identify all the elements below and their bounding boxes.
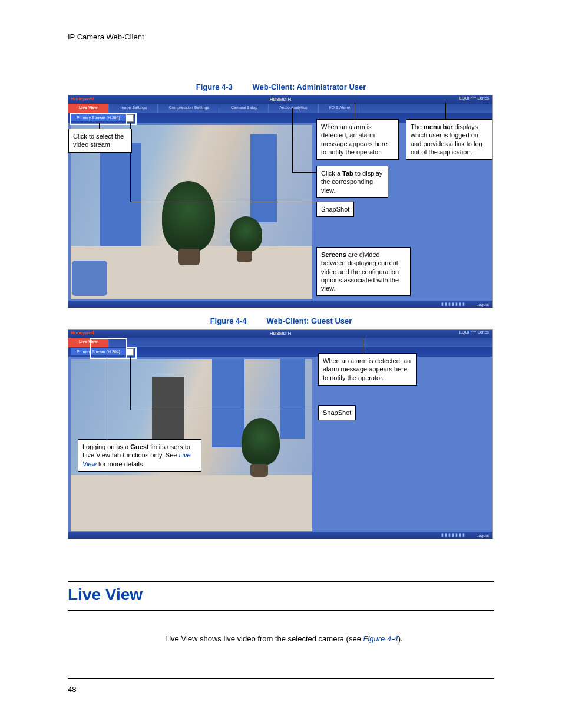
figure-title: Web-Client: Administrator User [252, 83, 366, 91]
callout-alarm: When an alarm is detected, an alarm mess… [318, 353, 417, 386]
series-label: EQUIP™ Series [459, 330, 489, 334]
tab-bar: Live View Image Settings Compression Set… [68, 104, 492, 113]
highlight-live-view-tab [90, 338, 127, 359]
tab-compression-settings[interactable]: Compression Settings [158, 104, 220, 113]
plant-pot-2 [237, 251, 252, 262]
window-titlebar: Honeywell HD3MDIH EQUIP™ Series [68, 330, 492, 338]
callout-tab: Click a Tab to display the corresponding… [316, 166, 388, 198]
footer-indicators: ▮▮▮▮▮▮▮ [441, 533, 466, 538]
logout-link[interactable]: Logout [477, 302, 489, 307]
window-titlebar: Honeywell HD3MDIH EQUIP™ Series [68, 95, 492, 104]
text: Logging on as a [82, 443, 130, 450]
section-title-live-view: Live View [68, 585, 494, 604]
tab-audio-analytics[interactable]: Audio Analytics [269, 104, 318, 113]
leader-line [130, 410, 319, 410]
running-header: IP Camera Web-Client [68, 32, 494, 41]
leader-line [445, 103, 446, 119]
text: ). [398, 634, 403, 643]
figure-4-4-screenshot: Honeywell HD3MDIH EQUIP™ Series Live Vie… [68, 329, 493, 539]
bold-text: Guest [130, 443, 148, 450]
door-2 [280, 359, 305, 439]
highlight-snapshot [126, 113, 137, 125]
leader-line [130, 357, 131, 410]
highlight-stream [70, 113, 127, 125]
bold-text: Tab [342, 170, 353, 177]
text: The [411, 123, 424, 130]
section-rule-top [68, 581, 494, 582]
model-label: HD3MDIH [68, 330, 492, 338]
series-label: EQUIP™ Series [459, 96, 489, 100]
tab-live-view[interactable]: Live View [68, 104, 109, 113]
tab-bar: Live View [68, 338, 492, 347]
footer-rule [68, 678, 494, 679]
leader-line [363, 337, 363, 353]
plant [162, 181, 215, 252]
highlight-snapshot [126, 347, 137, 359]
leader-line [107, 357, 107, 439]
figure-4-3-screenshot: Honeywell HD3MDIH EQUIP™ Series Live Vie… [68, 95, 493, 308]
leader-line [130, 202, 316, 202]
text: Live View shows live video from the sele… [165, 634, 363, 643]
footer-indicators: ▮▮▮▮▮▮▮ [441, 302, 466, 307]
callout-snapshot: SnapShot [318, 405, 356, 420]
window-footer [68, 532, 492, 539]
body-paragraph: Live View shows live video from the sele… [165, 634, 494, 643]
callout-screens: Screens are divided between displaying c… [316, 247, 411, 296]
figure-4-4-caption: Figure 4-4 Web-Client: Guest User [68, 317, 494, 325]
plant-small [230, 216, 262, 252]
tab-camera-setup[interactable]: Camera Setup [220, 104, 269, 113]
page-number: 48 [68, 685, 494, 694]
floor-area [71, 475, 312, 531]
section-rule-bottom [68, 610, 494, 611]
plant-pot [178, 249, 200, 265]
callout-snapshot: SnapShot [316, 202, 354, 217]
figure-number: Figure 4-3 [196, 83, 233, 91]
model-label: HD3MDIH [68, 95, 492, 104]
figure-number: Figure 4-4 [210, 317, 247, 325]
tab-image-settings[interactable]: Image Settings [109, 104, 158, 113]
leader-line [99, 123, 100, 129]
chair [72, 261, 107, 296]
logout-link[interactable]: Logout [477, 533, 489, 538]
leader-line [355, 103, 355, 119]
figure-ref-link[interactable]: Figure 4-4 [363, 634, 398, 643]
plant [242, 418, 280, 465]
door [100, 143, 141, 246]
leader-line [292, 172, 317, 173]
callout-alarm: When an alarm is detected, an alarm mess… [316, 119, 399, 160]
leader-line [292, 108, 293, 172]
callout-guest: Logging on as a Guest limits users to Li… [78, 439, 201, 472]
window-footer [68, 301, 492, 308]
bold-text: Screens [321, 251, 346, 258]
figure-title: Web-Client: Guest User [266, 317, 352, 325]
vending-machine [152, 377, 184, 439]
plant-pot [250, 464, 268, 477]
text: for more details. [97, 460, 145, 467]
callout-menubar: The menu bar displays which user is logg… [406, 119, 492, 160]
door [212, 359, 244, 447]
bold-text: menu bar [424, 123, 453, 130]
callout-select-stream: Click to select the video stream. [68, 129, 132, 153]
figure-4-3-caption: Figure 4-3 Web-Client: Administrator Use… [68, 83, 494, 91]
text: Click a [321, 170, 342, 177]
door-2 [250, 134, 277, 222]
